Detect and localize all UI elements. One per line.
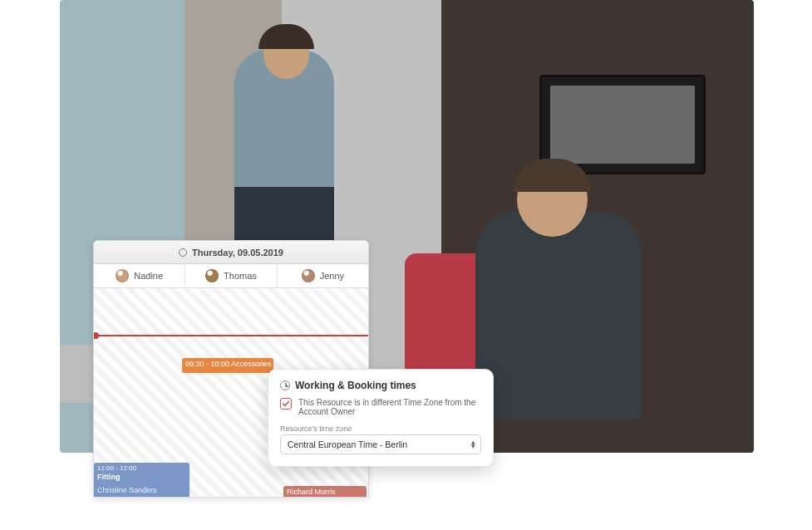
calendar-date-header[interactable]: Thursday, 09.05.2019 <box>94 241 368 264</box>
calendar-col-thomas[interactable]: Thomas <box>185 264 277 287</box>
calendar-columns: Nadine Thomas Jenny <box>94 264 368 288</box>
timezone-value: Central European Time - Berlin <box>288 439 407 449</box>
event-richard[interactable]: Richard Morris <box>283 486 367 498</box>
event-fitting[interactable]: 11:00 - 12:00 Fitting Christine Sanders <box>94 463 189 498</box>
clock-icon <box>280 380 290 390</box>
calendar-col-nadine[interactable]: Nadine <box>94 264 185 287</box>
select-caret-icon: ▴▾ <box>471 440 475 449</box>
avatar <box>205 269 219 282</box>
event-time: 11:00 - 12:00 <box>97 464 186 473</box>
event-title: Accessories - Alexa W. <box>231 360 273 368</box>
card-heading: Working & Booking times <box>295 380 416 391</box>
working-booking-card: Working & Booking times This Resource is… <box>268 369 494 467</box>
card-heading-row: Working & Booking times <box>280 380 481 391</box>
calendar-col-label: Nadine <box>134 271 163 281</box>
different-timezone-checkbox[interactable] <box>280 398 292 410</box>
event-title: Richard Morris <box>287 488 336 496</box>
event-time: 09:30 - 10:00 <box>185 360 229 368</box>
event-title: Fitting <box>97 473 186 482</box>
calendar-col-label: Thomas <box>224 271 257 281</box>
timezone-select[interactable]: Central European Time - Berlin ▴▾ <box>280 434 481 454</box>
event-accessories[interactable]: 09:30 - 10:00 Accessories - Alexa W. <box>182 358 273 373</box>
avatar <box>302 269 315 282</box>
calendar-col-jenny[interactable]: Jenny <box>278 264 368 287</box>
calendar-date-label: Thursday, 09.05.2019 <box>192 248 283 258</box>
current-time-line <box>94 335 368 336</box>
check-icon <box>282 400 290 408</box>
different-timezone-label: This Resource is in different Time Zone … <box>298 398 481 416</box>
avatar <box>116 269 129 282</box>
calendar-col-label: Jenny <box>320 271 344 281</box>
different-timezone-row[interactable]: This Resource is in different Time Zone … <box>280 398 481 416</box>
timezone-field-label: Resource's time zone <box>280 424 481 433</box>
event-subtitle: Christine Sanders <box>97 486 186 495</box>
calendar-ring-icon <box>179 248 187 257</box>
